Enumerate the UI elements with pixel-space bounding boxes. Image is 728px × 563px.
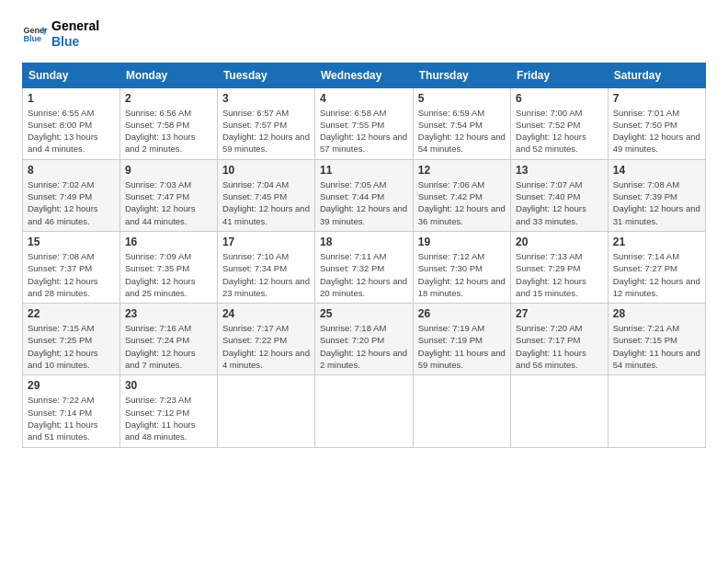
- day-info: Sunrise: 7:08 AM Sunset: 7:37 PM Dayligh…: [28, 250, 115, 299]
- day-info: Sunrise: 7:23 AM Sunset: 7:12 PM Dayligh…: [125, 394, 212, 442]
- day-info: Sunrise: 6:55 AM Sunset: 8:00 PM Dayligh…: [28, 107, 115, 155]
- day-info: Sunrise: 7:16 AM Sunset: 7:24 PM Dayligh…: [125, 322, 212, 371]
- day-info: Sunrise: 7:12 AM Sunset: 7:30 PM Dayligh…: [418, 250, 506, 299]
- day-info: Sunrise: 7:18 AM Sunset: 7:20 PM Dayligh…: [320, 322, 408, 371]
- day-info: Sunrise: 7:19 AM Sunset: 7:19 PM Dayligh…: [418, 322, 506, 371]
- header-row: SundayMondayTuesdayWednesdayThursdayFrid…: [23, 63, 706, 87]
- day-info: Sunrise: 7:09 AM Sunset: 7:35 PM Dayligh…: [125, 250, 212, 299]
- day-info: Sunrise: 7:04 AM Sunset: 7:45 PM Dayligh…: [222, 178, 310, 227]
- day-cell: 4 Sunrise: 6:58 AM Sunset: 7:55 PM Dayli…: [314, 87, 413, 159]
- day-number: 26: [418, 307, 506, 320]
- day-info: Sunrise: 7:15 AM Sunset: 7:25 PM Dayligh…: [28, 322, 115, 371]
- day-info: Sunrise: 6:57 AM Sunset: 7:57 PM Dayligh…: [222, 107, 310, 155]
- day-cell: 19 Sunrise: 7:12 AM Sunset: 7:30 PM Dayl…: [413, 231, 510, 303]
- day-info: Sunrise: 7:13 AM Sunset: 7:29 PM Dayligh…: [516, 250, 603, 299]
- day-number: 15: [28, 236, 115, 248]
- day-cell: 18 Sunrise: 7:11 AM Sunset: 7:32 PM Dayl…: [314, 231, 413, 303]
- day-info: Sunrise: 6:56 AM Sunset: 7:58 PM Dayligh…: [125, 107, 212, 155]
- day-cell: 1 Sunrise: 6:55 AM Sunset: 8:00 PM Dayli…: [23, 87, 120, 159]
- day-number: 4: [320, 92, 408, 105]
- day-cell: 26 Sunrise: 7:19 AM Sunset: 7:19 PM Dayl…: [413, 304, 510, 375]
- weekday-header-tuesday: Tuesday: [217, 63, 314, 87]
- header: General Blue General Blue: [22, 18, 706, 50]
- day-number: 30: [125, 379, 212, 392]
- day-cell: 3 Sunrise: 6:57 AM Sunset: 7:57 PM Dayli…: [217, 87, 314, 159]
- day-info: Sunrise: 7:08 AM Sunset: 7:39 PM Dayligh…: [613, 178, 700, 227]
- day-number: 21: [613, 236, 700, 248]
- day-number: 16: [125, 236, 212, 248]
- day-number: 17: [222, 236, 310, 248]
- day-cell: 29 Sunrise: 7:22 AM Sunset: 7:14 PM Dayl…: [23, 375, 120, 447]
- day-cell: [608, 375, 705, 447]
- day-cell: [511, 375, 609, 447]
- day-info: Sunrise: 7:22 AM Sunset: 7:14 PM Dayligh…: [28, 394, 115, 442]
- day-number: 6: [516, 92, 603, 105]
- day-number: 7: [613, 92, 700, 105]
- day-number: 9: [125, 164, 212, 177]
- day-cell: 8 Sunrise: 7:02 AM Sunset: 7:49 PM Dayli…: [23, 159, 120, 231]
- day-info: Sunrise: 7:02 AM Sunset: 7:49 PM Dayligh…: [28, 178, 115, 227]
- day-cell: 20 Sunrise: 7:13 AM Sunset: 7:29 PM Dayl…: [511, 231, 609, 303]
- day-number: 27: [516, 307, 603, 320]
- weekday-header-thursday: Thursday: [413, 63, 510, 87]
- weekday-header-saturday: Saturday: [608, 63, 705, 87]
- day-info: Sunrise: 7:01 AM Sunset: 7:50 PM Dayligh…: [613, 107, 700, 155]
- day-info: Sunrise: 7:00 AM Sunset: 7:52 PM Dayligh…: [516, 107, 603, 155]
- day-number: 29: [28, 379, 115, 392]
- day-info: Sunrise: 7:10 AM Sunset: 7:34 PM Dayligh…: [222, 250, 310, 299]
- day-cell: [217, 375, 314, 447]
- day-cell: 14 Sunrise: 7:08 AM Sunset: 7:39 PM Dayl…: [608, 159, 705, 231]
- logo-icon: General Blue: [22, 21, 48, 47]
- day-info: Sunrise: 7:17 AM Sunset: 7:22 PM Dayligh…: [222, 322, 310, 371]
- day-number: 28: [613, 307, 700, 320]
- day-number: 19: [418, 236, 506, 248]
- day-cell: 24 Sunrise: 7:17 AM Sunset: 7:22 PM Dayl…: [217, 304, 314, 375]
- weekday-header-sunday: Sunday: [23, 63, 120, 87]
- logo-text: General Blue: [51, 18, 99, 50]
- week-row-1: 1 Sunrise: 6:55 AM Sunset: 8:00 PM Dayli…: [23, 87, 706, 159]
- day-number: 25: [320, 307, 408, 320]
- day-cell: 16 Sunrise: 7:09 AM Sunset: 7:35 PM Dayl…: [119, 231, 217, 303]
- day-info: Sunrise: 6:58 AM Sunset: 7:55 PM Dayligh…: [320, 107, 408, 155]
- day-number: 2: [125, 92, 212, 105]
- weekday-header-monday: Monday: [119, 63, 217, 87]
- week-row-5: 29 Sunrise: 7:22 AM Sunset: 7:14 PM Dayl…: [23, 375, 706, 447]
- day-cell: 17 Sunrise: 7:10 AM Sunset: 7:34 PM Dayl…: [217, 231, 314, 303]
- day-cell: 30 Sunrise: 7:23 AM Sunset: 7:12 PM Dayl…: [119, 375, 217, 447]
- day-cell: 7 Sunrise: 7:01 AM Sunset: 7:50 PM Dayli…: [608, 87, 705, 159]
- svg-text:Blue: Blue: [23, 34, 41, 43]
- day-number: 20: [516, 236, 603, 248]
- day-cell: 9 Sunrise: 7:03 AM Sunset: 7:47 PM Dayli…: [119, 159, 217, 231]
- day-number: 24: [222, 307, 310, 320]
- day-info: Sunrise: 7:06 AM Sunset: 7:42 PM Dayligh…: [418, 178, 506, 227]
- day-number: 22: [28, 307, 115, 320]
- day-info: Sunrise: 7:07 AM Sunset: 7:40 PM Dayligh…: [516, 178, 603, 227]
- day-cell: [413, 375, 510, 447]
- day-info: Sunrise: 7:11 AM Sunset: 7:32 PM Dayligh…: [320, 250, 408, 299]
- day-number: 8: [28, 164, 115, 177]
- day-number: 3: [222, 92, 310, 105]
- day-number: 1: [28, 92, 115, 105]
- day-cell: [314, 375, 413, 447]
- weekday-header-friday: Friday: [511, 63, 609, 87]
- day-number: 18: [320, 236, 408, 248]
- day-cell: 21 Sunrise: 7:14 AM Sunset: 7:27 PM Dayl…: [608, 231, 705, 303]
- day-info: Sunrise: 6:59 AM Sunset: 7:54 PM Dayligh…: [418, 107, 506, 155]
- day-cell: 15 Sunrise: 7:08 AM Sunset: 7:37 PM Dayl…: [23, 231, 120, 303]
- day-cell: 23 Sunrise: 7:16 AM Sunset: 7:24 PM Dayl…: [119, 304, 217, 375]
- day-cell: 12 Sunrise: 7:06 AM Sunset: 7:42 PM Dayl…: [413, 159, 510, 231]
- day-info: Sunrise: 7:21 AM Sunset: 7:15 PM Dayligh…: [613, 322, 700, 371]
- day-info: Sunrise: 7:14 AM Sunset: 7:27 PM Dayligh…: [613, 250, 700, 299]
- day-info: Sunrise: 7:20 AM Sunset: 7:17 PM Dayligh…: [516, 322, 603, 371]
- day-cell: 22 Sunrise: 7:15 AM Sunset: 7:25 PM Dayl…: [23, 304, 120, 375]
- day-cell: 13 Sunrise: 7:07 AM Sunset: 7:40 PM Dayl…: [511, 159, 609, 231]
- weekday-header-wednesday: Wednesday: [314, 63, 413, 87]
- day-cell: 28 Sunrise: 7:21 AM Sunset: 7:15 PM Dayl…: [608, 304, 705, 375]
- day-cell: 5 Sunrise: 6:59 AM Sunset: 7:54 PM Dayli…: [413, 87, 510, 159]
- day-number: 10: [222, 164, 310, 177]
- day-cell: 27 Sunrise: 7:20 AM Sunset: 7:17 PM Dayl…: [511, 304, 609, 375]
- day-cell: 25 Sunrise: 7:18 AM Sunset: 7:20 PM Dayl…: [314, 304, 413, 375]
- day-cell: 11 Sunrise: 7:05 AM Sunset: 7:44 PM Dayl…: [314, 159, 413, 231]
- day-number: 11: [320, 164, 408, 177]
- day-cell: 2 Sunrise: 6:56 AM Sunset: 7:58 PM Dayli…: [119, 87, 217, 159]
